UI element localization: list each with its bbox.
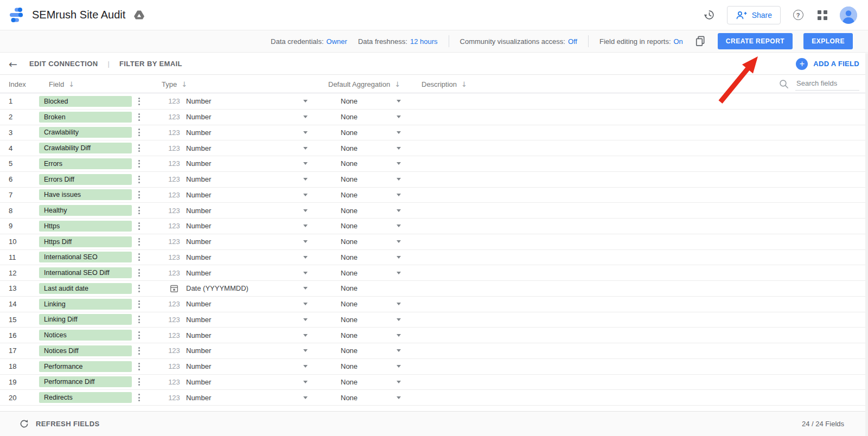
type-dropdown-arrow[interactable] [303, 94, 308, 109]
field-editing-value[interactable]: On [674, 37, 683, 46]
aggregation-dropdown-arrow[interactable] [397, 172, 401, 187]
type-dropdown-arrow[interactable] [303, 140, 308, 156]
field-name-pill[interactable]: International SEO Diff [39, 267, 132, 278]
apps-grid-icon[interactable] [815, 8, 829, 22]
sort-descending-icon[interactable]: ↓ [461, 80, 467, 88]
type-dropdown-arrow[interactable] [303, 203, 308, 218]
field-options-menu-icon[interactable] [136, 188, 142, 203]
aggregation-dropdown-arrow[interactable] [397, 359, 401, 374]
type-dropdown-arrow[interactable] [303, 250, 308, 265]
data-credentials-setting[interactable]: Data credentials: Owner [271, 37, 347, 46]
field-options-menu-icon[interactable] [136, 156, 142, 171]
type-dropdown-arrow[interactable] [303, 125, 308, 140]
type-dropdown-arrow[interactable] [303, 343, 308, 358]
refresh-fields-button[interactable]: REFRESH FIELDS [20, 419, 100, 428]
type-dropdown-arrow[interactable] [303, 390, 308, 405]
version-history-icon[interactable] [703, 8, 717, 22]
aggregation-dropdown-arrow[interactable] [397, 188, 401, 203]
field-name-pill[interactable]: Crawlability Diff [39, 143, 132, 153]
aggregation-dropdown-arrow[interactable] [397, 250, 401, 265]
aggregation-dropdown-arrow[interactable] [397, 375, 401, 390]
aggregation-dropdown-arrow[interactable] [397, 110, 401, 125]
aggregation-dropdown-arrow[interactable] [397, 125, 401, 140]
data-credentials-value[interactable]: Owner [327, 37, 347, 46]
aggregation-dropdown-arrow[interactable] [397, 265, 401, 280]
field-name-pill[interactable]: Notices Diff [39, 345, 132, 356]
field-options-menu-icon[interactable] [136, 281, 142, 296]
aggregation-dropdown-arrow[interactable] [397, 234, 401, 249]
field-name-pill[interactable]: Linking Diff [39, 314, 132, 325]
sort-descending-icon[interactable]: ↓ [68, 80, 74, 88]
field-name-pill[interactable]: Broken [39, 112, 132, 123]
type-dropdown-arrow[interactable] [303, 312, 308, 328]
field-name-pill[interactable]: Redirects [39, 392, 132, 403]
aggregation-dropdown-arrow[interactable] [397, 94, 401, 109]
field-options-menu-icon[interactable] [136, 390, 142, 405]
add-a-field-button[interactable]: + ADD A FIELD [796, 58, 859, 70]
aggregation-dropdown-arrow[interactable] [397, 390, 401, 405]
field-name-pill[interactable]: International SEO [39, 252, 132, 262]
field-options-menu-icon[interactable] [136, 94, 142, 109]
sort-descending-icon[interactable]: ↓ [394, 80, 400, 88]
field-options-menu-icon[interactable] [136, 375, 142, 390]
field-options-menu-icon[interactable] [136, 297, 142, 312]
field-options-menu-icon[interactable] [136, 265, 142, 280]
type-dropdown-arrow[interactable] [303, 219, 308, 234]
type-dropdown-arrow[interactable] [303, 265, 308, 280]
field-name-pill[interactable]: Have issues [39, 189, 132, 200]
aggregation-dropdown-arrow[interactable] [397, 297, 401, 312]
explore-button[interactable]: EXPLORE [803, 33, 853, 49]
data-freshness-value[interactable]: 12 hours [410, 37, 438, 46]
share-button[interactable]: Share [727, 6, 781, 24]
field-name-pill[interactable]: Blocked [39, 96, 132, 107]
type-dropdown-arrow[interactable] [303, 110, 308, 125]
create-report-button[interactable]: CREATE REPORT [718, 33, 793, 49]
type-dropdown-arrow[interactable] [303, 156, 308, 171]
type-dropdown-arrow[interactable] [303, 375, 308, 390]
field-name-pill[interactable]: Errors [39, 158, 132, 169]
field-name-pill[interactable]: Linking [39, 299, 132, 310]
back-arrow-icon[interactable]: ← [9, 58, 17, 70]
field-name-pill[interactable]: Healthy [39, 205, 132, 216]
aggregation-dropdown-arrow[interactable] [397, 219, 401, 234]
type-dropdown-arrow[interactable] [303, 297, 308, 312]
type-dropdown-arrow[interactable] [303, 328, 308, 343]
field-options-menu-icon[interactable] [136, 172, 142, 187]
type-dropdown-arrow[interactable] [303, 188, 308, 203]
field-options-menu-icon[interactable] [136, 219, 142, 234]
help-icon[interactable]: ? [791, 8, 805, 22]
field-options-menu-icon[interactable] [136, 328, 142, 343]
duplicate-icon[interactable] [695, 36, 706, 47]
edit-connection-link[interactable]: EDIT CONNECTION [29, 60, 98, 68]
field-options-menu-icon[interactable] [136, 343, 142, 358]
field-name-pill[interactable]: Https Diff [39, 236, 132, 247]
field-options-menu-icon[interactable] [136, 125, 142, 140]
community-visualizations-setting[interactable]: Community visualizations access: Off [460, 37, 577, 46]
scrollbar[interactable] [865, 53, 868, 436]
aggregation-dropdown-arrow[interactable] [397, 328, 401, 343]
search-fields-input[interactable] [795, 78, 859, 91]
data-freshness-setting[interactable]: Data freshness: 12 hours [358, 37, 438, 46]
aggregation-dropdown-arrow[interactable] [397, 312, 401, 328]
field-name-pill[interactable]: Performance Diff [39, 376, 132, 387]
community-visualizations-value[interactable]: Off [568, 37, 577, 46]
type-dropdown-arrow[interactable] [303, 359, 308, 374]
field-name-pill[interactable]: Crawlability [39, 127, 132, 138]
field-options-menu-icon[interactable] [136, 234, 142, 249]
aggregation-dropdown-arrow[interactable] [397, 343, 401, 358]
field-options-menu-icon[interactable] [136, 203, 142, 218]
field-name-pill[interactable]: Errors Diff [39, 174, 132, 185]
aggregation-dropdown-arrow[interactable] [397, 156, 401, 171]
field-editing-setting[interactable]: Field editing in reports: On [599, 37, 683, 46]
avatar[interactable] [840, 7, 857, 24]
field-name-pill[interactable]: Performance [39, 361, 132, 372]
sort-descending-icon[interactable]: ↓ [181, 80, 187, 88]
type-dropdown-arrow[interactable] [303, 234, 308, 249]
type-dropdown-arrow[interactable] [303, 281, 308, 296]
field-options-menu-icon[interactable] [136, 359, 142, 374]
field-options-menu-icon[interactable] [136, 250, 142, 265]
field-options-menu-icon[interactable] [136, 140, 142, 156]
filter-by-email-link[interactable]: FILTER BY EMAIL [119, 60, 182, 68]
field-options-menu-icon[interactable] [136, 110, 142, 125]
field-name-pill[interactable]: Last audit date [39, 283, 132, 294]
